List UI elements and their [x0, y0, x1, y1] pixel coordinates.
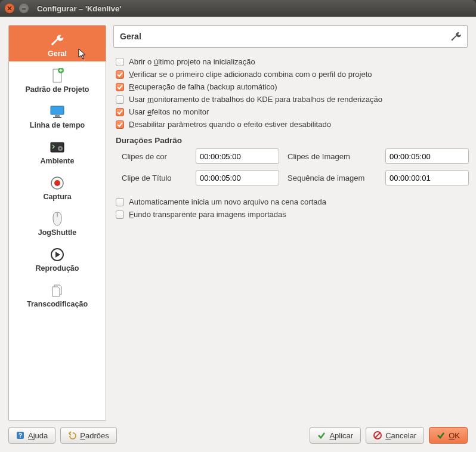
durations-grid: Clipes de cor Clipes de Imagem Clipe de … — [122, 148, 468, 185]
sidebar-item-label: Captura — [11, 193, 103, 201]
settings-panel: Geral Abrir o último projeto na iniciali… — [113, 25, 468, 421]
svg-rect-9 — [57, 213, 58, 216]
sidebar-item-transcode[interactable]: Transcodificação — [9, 276, 106, 312]
checkbox-icon — [116, 120, 124, 129]
wrench-icon — [11, 32, 103, 48]
color-clips-label: Clipes de cor — [122, 152, 187, 161]
checkbox-auto-new-file[interactable]: Automaticamente inicia um novo arquivo n… — [116, 197, 468, 206]
checkbox-icon — [116, 198, 124, 206]
sidebar-item-label: Transcodificação — [11, 300, 103, 308]
sidebar-item-environment[interactable]: Ambiente — [9, 133, 106, 169]
svg-rect-1 — [51, 106, 64, 114]
svg-point-8 — [54, 180, 60, 186]
panel-header: Geral — [113, 25, 468, 48]
cancel-button[interactable]: Cancelar — [366, 427, 424, 444]
durations-heading: Durações Padrão — [116, 136, 468, 145]
image-clips-label: Clipes de Imagem — [288, 152, 377, 161]
checkbox-icon — [116, 108, 124, 116]
sidebar-item-label: JogShuttle — [11, 228, 103, 237]
record-icon — [11, 175, 103, 191]
title-clip-label: Clipe de Título — [122, 174, 187, 182]
image-seq-label: Sequência de imagem — [288, 174, 377, 182]
terminal-gear-icon — [11, 139, 103, 156]
svg-text:?: ? — [18, 432, 22, 439]
play-icon — [11, 246, 103, 263]
monitor-icon — [11, 103, 103, 120]
image-clips-input[interactable] — [385, 148, 469, 164]
defaults-button[interactable]: Padrões — [60, 427, 116, 444]
settings-form: Abrir o último projeto na inicialização … — [113, 48, 468, 222]
sidebar-item-label: Geral — [11, 49, 103, 58]
content-area: Geral Padrão de Projeto Linha de tempo — [0, 17, 476, 452]
check-icon — [317, 431, 326, 439]
window-title: Configurar – 'Kdenlive' — [37, 4, 121, 13]
sidebar-item-playback[interactable]: Reprodução — [9, 240, 106, 276]
checkbox-crash-recovery[interactable]: Recuperação de falha (backup automático) — [116, 82, 468, 91]
titlebar: Configurar – 'Kdenlive' — [0, 0, 476, 17]
sidebar-item-project-defaults[interactable]: Padrão de Projeto — [9, 61, 106, 97]
checkbox-icon — [116, 95, 124, 104]
help-button[interactable]: ? Ajuda — [8, 427, 55, 444]
sidebar-item-jogshuttle[interactable]: JogShuttle — [9, 205, 106, 240]
document-new-icon — [11, 67, 103, 84]
checkbox-disable-params[interactable]: Desabilitar parâmetros quando o efeito e… — [116, 120, 468, 129]
check-icon — [437, 431, 445, 439]
svg-rect-3 — [53, 117, 61, 118]
sidebar-item-label: Padrão de Projeto — [11, 85, 103, 94]
ok-button[interactable]: OK — [429, 427, 468, 444]
minimize-icon — [21, 6, 26, 11]
close-icon — [7, 6, 12, 11]
svg-point-6 — [60, 148, 61, 150]
window-close-button[interactable] — [5, 4, 14, 13]
checkbox-verify-profile[interactable]: Verificar se o primeiro clipe adicionado… — [116, 70, 468, 79]
color-clips-input[interactable] — [196, 148, 279, 164]
cancel-icon — [373, 431, 382, 439]
category-sidebar: Geral Padrão de Projeto Linha de tempo — [8, 25, 106, 421]
svg-rect-2 — [55, 115, 60, 117]
sidebar-item-label: Reprodução — [11, 264, 103, 273]
undo-icon — [68, 431, 76, 439]
sidebar-item-capture[interactable]: Captura — [9, 169, 106, 205]
window-minimize-button[interactable] — [19, 4, 29, 13]
checkbox-icon — [116, 70, 124, 79]
checkbox-icon — [116, 210, 124, 219]
panel-title: Geral — [120, 32, 141, 41]
sidebar-item-geral[interactable]: Geral — [9, 26, 106, 61]
checkbox-icon — [116, 58, 124, 66]
help-icon: ? — [16, 431, 24, 439]
checkbox-kde-jobs[interactable]: Usar monitoramento de trabalhos do KDE p… — [116, 95, 468, 104]
image-seq-input[interactable] — [385, 170, 469, 185]
mouse-icon — [11, 210, 103, 227]
dialog-footer: ? Ajuda Padrões Aplicar Cancelar — [8, 421, 468, 444]
checkbox-monitor-effects[interactable]: Usar efeitos no monitor — [116, 107, 468, 116]
checkbox-open-last-project[interactable]: Abrir o último projeto na inicialização — [116, 57, 468, 66]
sidebar-item-label: Linha de tempo — [11, 121, 103, 129]
wrench-icon — [449, 30, 461, 42]
documents-icon — [11, 282, 103, 299]
mouse-cursor-icon — [78, 48, 88, 60]
sidebar-item-label: Ambiente — [11, 157, 103, 165]
apply-button[interactable]: Aplicar — [310, 427, 361, 444]
config-window: Configurar – 'Kdenlive' Geral — [0, 0, 476, 452]
title-clip-input[interactable] — [196, 170, 279, 185]
sidebar-item-timeline[interactable]: Linha de tempo — [9, 97, 106, 133]
checkbox-transparent-bg[interactable]: Fundo transparente para imagens importad… — [116, 210, 468, 219]
checkbox-icon — [116, 83, 124, 91]
